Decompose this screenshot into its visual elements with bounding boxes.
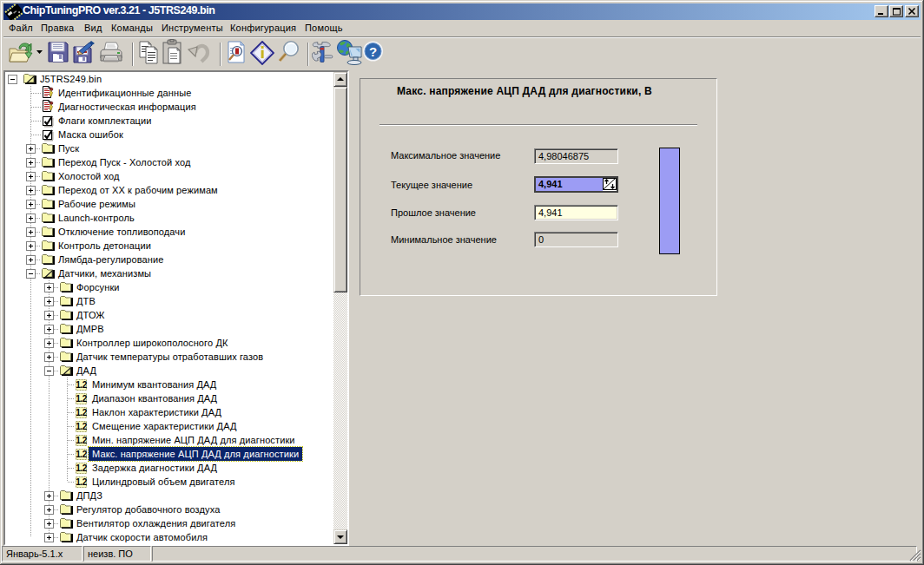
svg-text:1.2: 1.2 [76, 422, 87, 431]
svg-text:1.2: 1.2 [76, 477, 87, 487]
svg-text:1.2: 1.2 [76, 408, 87, 417]
svg-text:1.2: 1.2 [76, 394, 87, 404]
svg-text:?: ? [369, 44, 377, 59]
svg-text:1.2: 1.2 [76, 436, 87, 445]
svg-text:1.2: 1.2 [76, 450, 87, 459]
svg-text:1.2: 1.2 [76, 380, 87, 390]
svg-text:1.2: 1.2 [76, 463, 87, 473]
